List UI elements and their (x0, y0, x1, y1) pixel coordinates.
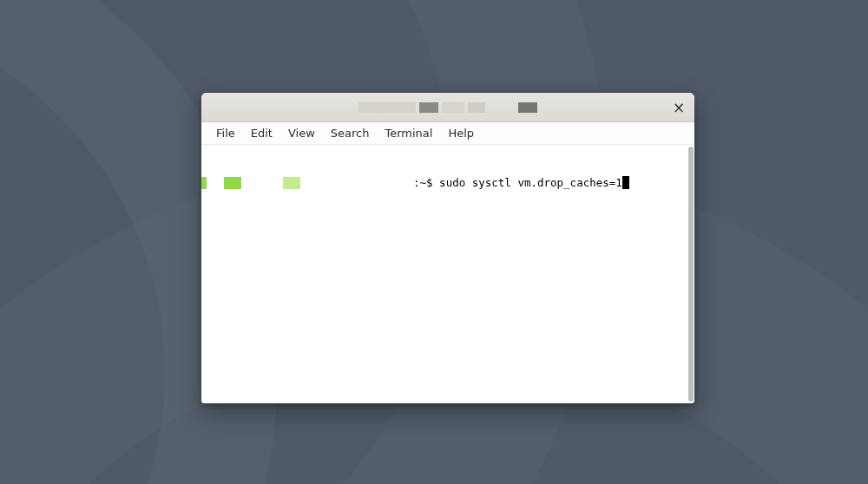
scrollbar-thumb[interactable] (688, 147, 694, 402)
menu-view[interactable]: View (280, 124, 323, 142)
prompt-highlight (224, 177, 241, 189)
titlebar[interactable]: × (201, 93, 694, 122)
menubar: File Edit View Search Terminal Help (201, 122, 694, 145)
close-glyph: × (673, 99, 685, 116)
menu-search[interactable]: Search (323, 124, 378, 142)
terminal-body[interactable]: :~$ sudo sysctl vm.drop_caches=1 (201, 145, 687, 403)
window-title-obscured (358, 102, 537, 113)
menu-help[interactable]: Help (440, 124, 482, 142)
menu-edit[interactable]: Edit (243, 124, 280, 142)
prompt-suffix: :~$ (413, 176, 439, 190)
vertical-scrollbar[interactable] (687, 145, 694, 403)
command-text: sudo sysctl vm.drop_caches=1 (439, 176, 622, 190)
prompt-highlight (283, 177, 300, 189)
prompt-highlight (201, 177, 207, 189)
terminal-area[interactable]: :~$ sudo sysctl vm.drop_caches=1 (201, 145, 694, 403)
menu-terminal[interactable]: Terminal (377, 124, 440, 142)
text-cursor (622, 176, 629, 189)
close-icon[interactable]: × (668, 97, 689, 118)
terminal-window: × File Edit View Search Terminal Help :~… (201, 93, 694, 403)
menu-file[interactable]: File (208, 124, 243, 142)
terminal-line: :~$ sudo sysctl vm.drop_caches=1 (201, 176, 687, 190)
